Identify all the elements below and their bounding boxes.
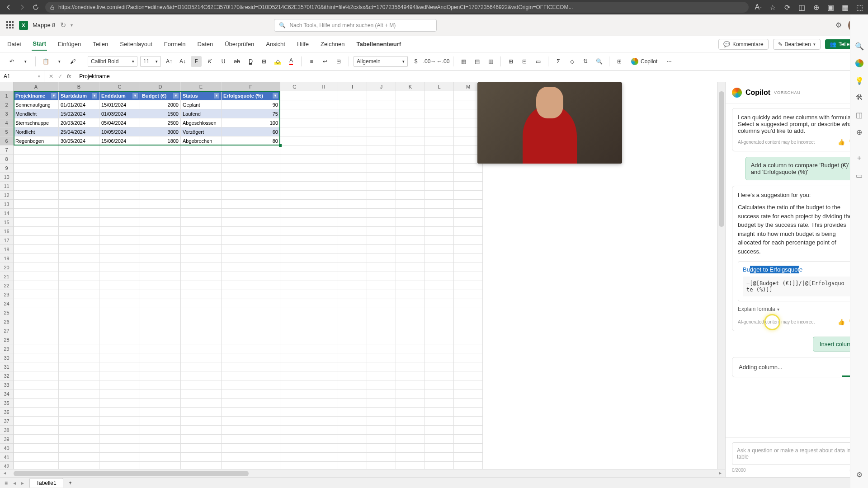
empty-cell[interactable] bbox=[425, 326, 454, 335]
tab-start[interactable]: Start bbox=[32, 38, 47, 51]
copilot-input[interactable]: Ask a question or make a request about d… bbox=[732, 442, 862, 465]
empty-cell[interactable] bbox=[14, 290, 59, 299]
empty-cell[interactable] bbox=[280, 435, 309, 444]
table-cell[interactable]: Geplant bbox=[181, 100, 222, 109]
table-header-cell[interactable]: Erfolgsquote (%)▾ bbox=[222, 91, 280, 100]
filter-dropdown-icon[interactable]: ▾ bbox=[51, 93, 57, 99]
fx-icon[interactable]: fx bbox=[67, 73, 71, 80]
tab-zeichnen[interactable]: Zeichnen bbox=[320, 38, 345, 50]
empty-cell[interactable] bbox=[425, 182, 454, 191]
empty-cell[interactable] bbox=[59, 200, 99, 209]
table-cell[interactable]: 15/01/2024 bbox=[99, 100, 140, 109]
empty-cell[interactable] bbox=[396, 118, 425, 127]
table-cell[interactable]: 01/01/2024 bbox=[59, 100, 99, 109]
empty-cell[interactable] bbox=[338, 281, 367, 290]
empty-cell[interactable] bbox=[14, 145, 59, 155]
table-cell[interactable]: 15/06/2024 bbox=[99, 136, 140, 145]
empty-cell[interactable] bbox=[454, 182, 483, 191]
empty-cell[interactable] bbox=[338, 145, 367, 155]
empty-cell[interactable] bbox=[454, 281, 483, 290]
empty-cell[interactable] bbox=[14, 227, 59, 236]
empty-cell[interactable] bbox=[425, 191, 454, 200]
empty-cell[interactable] bbox=[222, 245, 280, 254]
empty-cell[interactable] bbox=[59, 145, 99, 155]
empty-cell[interactable] bbox=[222, 290, 280, 299]
empty-cell[interactable] bbox=[425, 109, 454, 118]
empty-cell[interactable] bbox=[338, 353, 367, 362]
merge-button[interactable]: ⊟ bbox=[333, 56, 344, 67]
table-cell[interactable]: 20/03/2024 bbox=[59, 118, 99, 127]
empty-cell[interactable] bbox=[280, 299, 309, 308]
empty-cell[interactable] bbox=[99, 272, 140, 281]
empty-cell[interactable] bbox=[140, 417, 181, 426]
empty-cell[interactable] bbox=[99, 254, 140, 263]
empty-cell[interactable] bbox=[14, 272, 59, 281]
empty-cell[interactable] bbox=[222, 218, 280, 227]
empty-cell[interactable] bbox=[425, 444, 454, 453]
empty-cell[interactable] bbox=[309, 127, 338, 136]
empty-cell[interactable] bbox=[367, 371, 396, 380]
empty-cell[interactable] bbox=[14, 326, 59, 335]
empty-cell[interactable] bbox=[367, 191, 396, 200]
rt-settings-icon[interactable]: ⚙ bbox=[855, 470, 864, 479]
empty-cell[interactable] bbox=[280, 227, 309, 236]
tab-hilfe[interactable]: Hilfe bbox=[296, 38, 310, 50]
double-underline-button[interactable]: D̳ bbox=[245, 56, 256, 67]
vertical-scrollbar[interactable] bbox=[717, 82, 725, 469]
name-box[interactable]: A1▾ bbox=[0, 70, 44, 82]
row-header[interactable]: 15 bbox=[0, 218, 14, 227]
empty-cell[interactable] bbox=[425, 362, 454, 371]
empty-cell[interactable] bbox=[309, 308, 338, 317]
empty-cell[interactable] bbox=[454, 371, 483, 380]
empty-cell[interactable] bbox=[181, 191, 222, 200]
row-header[interactable]: 38 bbox=[0, 426, 14, 435]
tab-teilen[interactable]: Teilen bbox=[92, 38, 109, 50]
empty-cell[interactable] bbox=[396, 200, 425, 209]
empty-cell[interactable] bbox=[338, 335, 367, 344]
row-header[interactable]: 9 bbox=[0, 164, 14, 173]
table-format-button[interactable]: ▤ bbox=[472, 56, 482, 67]
row-header[interactable]: 10 bbox=[0, 173, 14, 182]
empty-cell[interactable] bbox=[222, 435, 280, 444]
empty-cell[interactable] bbox=[140, 299, 181, 308]
empty-cell[interactable] bbox=[425, 155, 454, 164]
empty-cell[interactable] bbox=[367, 344, 396, 353]
row-header[interactable]: 34 bbox=[0, 389, 14, 399]
empty-cell[interactable] bbox=[338, 290, 367, 299]
empty-cell[interactable] bbox=[338, 191, 367, 200]
empty-cell[interactable] bbox=[309, 408, 338, 417]
horizontal-scrollbar[interactable]: ◂ ▸ bbox=[0, 469, 725, 477]
empty-cell[interactable] bbox=[338, 118, 367, 127]
empty-cell[interactable] bbox=[14, 353, 59, 362]
empty-cell[interactable] bbox=[280, 335, 309, 344]
row-header[interactable]: 3 bbox=[0, 109, 14, 118]
empty-cell[interactable] bbox=[396, 353, 425, 362]
tab-datei[interactable]: Datei bbox=[6, 38, 22, 50]
empty-cell[interactable] bbox=[14, 426, 59, 435]
empty-cell[interactable] bbox=[59, 353, 99, 362]
empty-cell[interactable] bbox=[222, 155, 280, 164]
empty-cell[interactable] bbox=[140, 263, 181, 272]
empty-cell[interactable] bbox=[222, 272, 280, 281]
empty-cell[interactable] bbox=[14, 263, 59, 272]
empty-cell[interactable] bbox=[309, 426, 338, 435]
empty-cell[interactable] bbox=[309, 145, 338, 155]
empty-cell[interactable] bbox=[59, 191, 99, 200]
empty-cell[interactable] bbox=[280, 218, 309, 227]
decrease-font-button[interactable]: A↓ bbox=[177, 56, 188, 67]
next-sheet-icon[interactable]: ▸ bbox=[21, 480, 24, 486]
empty-cell[interactable] bbox=[222, 299, 280, 308]
row-header[interactable]: 41 bbox=[0, 453, 14, 462]
empty-cell[interactable] bbox=[454, 218, 483, 227]
empty-cell[interactable] bbox=[367, 236, 396, 245]
empty-cell[interactable] bbox=[367, 326, 396, 335]
col-header[interactable]: I bbox=[338, 82, 367, 91]
empty-cell[interactable] bbox=[140, 281, 181, 290]
undo-button[interactable]: ↶ bbox=[6, 56, 17, 67]
empty-cell[interactable] bbox=[140, 389, 181, 399]
empty-cell[interactable] bbox=[222, 389, 280, 399]
empty-cell[interactable] bbox=[454, 263, 483, 272]
table-header-cell[interactable]: Startdatum▾ bbox=[59, 91, 99, 100]
tab-formeln[interactable]: Formeln bbox=[163, 38, 187, 50]
empty-cell[interactable] bbox=[181, 164, 222, 173]
